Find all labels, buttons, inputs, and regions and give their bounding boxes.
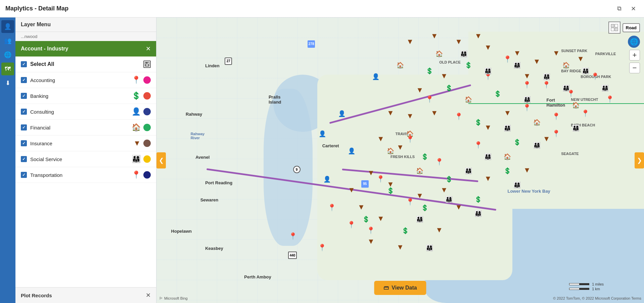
marker-insurance-14[interactable]: ▼ (416, 191, 423, 200)
marker-banking-6[interactable]: 💲 (513, 139, 521, 146)
sidebar-map-icon[interactable]: 🗺 (1, 63, 14, 75)
marker-insurance-6[interactable]: ▼ (416, 86, 423, 94)
marker-insurance-3[interactable]: ▼ (455, 37, 462, 46)
marker-social-9[interactable]: 👨‍👩‍👧 (484, 153, 492, 160)
marker-banking-3[interactable]: 💲 (445, 84, 453, 92)
marker-transport-13[interactable]: 📍 (523, 81, 531, 89)
marker-insurance-33[interactable]: ▼ (367, 237, 375, 246)
view-data-button[interactable]: 🗃 View Data (374, 281, 426, 295)
marker-insurance-17[interactable]: ▼ (377, 214, 384, 223)
marker-insurance-24[interactable]: ▼ (523, 72, 531, 80)
marker-insurance-11[interactable]: ▼ (397, 143, 404, 152)
marker-financial-3[interactable]: 🏠 (465, 96, 472, 103)
marker-insurance-32[interactable]: ▼ (397, 243, 404, 252)
marker-social-13[interactable]: 👨‍👩‍👧 (474, 210, 482, 217)
marker-transport-11[interactable]: 📍 (318, 243, 326, 252)
banking-checkbox[interactable] (21, 93, 27, 99)
marker-consulting-3[interactable]: 👤 (348, 147, 355, 155)
marker-insurance-30[interactable]: ▼ (455, 203, 462, 212)
account-industry-close-button[interactable]: ✕ (146, 45, 151, 52)
marker-insurance-12[interactable]: ▼ (367, 168, 375, 177)
marker-insurance-20[interactable]: ▼ (514, 49, 521, 58)
marker-consulting-1[interactable]: 👤 (372, 73, 379, 80)
marker-transport-10[interactable]: 📍 (347, 221, 356, 229)
sidebar-group-icon[interactable]: 👥 (1, 34, 14, 47)
marker-banking-14[interactable]: 💲 (402, 227, 409, 234)
marker-financial-9[interactable]: 🏠 (572, 102, 580, 109)
map-type-button[interactable]: Road (623, 23, 640, 32)
zoom-in-button[interactable]: + (629, 50, 640, 61)
marker-accounting-6[interactable]: 📍 (591, 72, 599, 80)
restore-button[interactable]: ⧉ (614, 4, 624, 14)
marker-social-18[interactable]: 👨‍👩‍👧 (572, 124, 580, 132)
marker-insurance-2[interactable]: ▼ (431, 32, 438, 40)
marker-consulting-4[interactable]: 👤 (323, 176, 331, 183)
marker-social-2[interactable]: 👨‍👩‍👧 (484, 67, 492, 75)
marker-banking-5[interactable]: 💲 (474, 119, 482, 126)
marker-social-1[interactable]: 👨‍👩‍👧 (460, 50, 467, 58)
marker-social-14[interactable]: 👨‍👩‍👧 (416, 216, 423, 223)
marker-insurance-21[interactable]: ▼ (533, 57, 541, 66)
marker-accounting-1[interactable]: 📍 (503, 55, 512, 63)
marker-banking-7[interactable]: 💲 (421, 153, 428, 160)
marker-insurance-27[interactable]: ▼ (543, 135, 550, 143)
marker-consulting-5[interactable]: 👤 (319, 130, 326, 138)
plot-records-close-button[interactable]: ✕ (146, 292, 151, 299)
marker-transport-6[interactable]: 📍 (376, 175, 385, 183)
marker-banking-2[interactable]: 💲 (465, 62, 472, 69)
marker-banking-9[interactable]: 💲 (504, 167, 511, 175)
marker-financial-5[interactable]: 🏠 (504, 153, 511, 160)
marker-banking-1[interactable]: 💲 (426, 67, 433, 75)
marker-financial-1[interactable]: 🏠 (397, 62, 404, 69)
marker-insurance-4[interactable]: ▼ (474, 32, 482, 40)
marker-banking-11[interactable]: 💲 (421, 204, 428, 212)
marker-transport-1[interactable]: 📍 (425, 95, 434, 103)
marker-insurance-25[interactable]: ▼ (504, 109, 511, 117)
marker-financial-7[interactable]: 🏠 (387, 147, 394, 155)
marker-social-7[interactable]: 👨‍👩‍👧 (504, 124, 511, 132)
marker-insurance-29[interactable]: ▼ (484, 174, 492, 183)
sidebar-globe-icon[interactable]: 🌐 (1, 48, 14, 61)
marker-insurance-9[interactable]: ▼ (431, 109, 438, 117)
select-all-checkbox[interactable] (21, 61, 27, 67)
marker-financial-2[interactable]: 🏠 (435, 50, 443, 58)
marker-insurance-10[interactable]: ▼ (377, 135, 384, 143)
marker-banking-13[interactable]: 💲 (362, 216, 370, 223)
save-filter-button[interactable] (143, 61, 151, 68)
social-service-checkbox[interactable] (21, 156, 27, 162)
marker-insurance-5[interactable]: ▼ (441, 72, 448, 80)
marker-social-16[interactable]: 👨‍👩‍👧 (582, 67, 589, 75)
sidebar-person-icon[interactable]: 👤 (1, 20, 14, 33)
marker-social-4[interactable]: 👨‍👩‍👧 (543, 73, 550, 80)
marker-social-12[interactable]: 👨‍👩‍👧 (445, 196, 453, 203)
marker-transport-3[interactable]: 📍 (406, 135, 414, 143)
marker-insurance-15[interactable]: ▼ (441, 186, 448, 194)
financial-checkbox[interactable] (21, 124, 27, 130)
marker-banking-8[interactable]: 💲 (445, 176, 453, 183)
marker-transport-14[interactable]: 📍 (552, 112, 560, 120)
map-area[interactable]: Linden Rahway Avenel Carteret Port Readi… (156, 17, 644, 303)
map-right-arrow-button[interactable]: ❯ (635, 152, 644, 168)
marker-insurance-16[interactable]: ▼ (358, 203, 365, 212)
sidebar-download-icon[interactable]: ⬇ (1, 77, 14, 89)
marker-social-8[interactable]: 👨‍👩‍👧 (533, 142, 541, 149)
globe-navigation-icon[interactable]: 🌐 (628, 36, 640, 48)
marker-accounting-7[interactable]: 📍 (581, 109, 590, 117)
marker-transport-7[interactable]: 📍 (406, 198, 414, 206)
close-button[interactable]: ✕ (628, 4, 639, 14)
accounting-checkbox[interactable] (21, 77, 27, 83)
marker-accounting-8[interactable]: 📍 (552, 129, 560, 138)
marker-accounting-3[interactable]: 📍 (542, 81, 551, 89)
marker-social-11[interactable]: 👨‍👩‍👧 (513, 181, 521, 189)
marker-social-5[interactable]: 👨‍👩‍👧 (562, 84, 570, 92)
marker-financial-8[interactable]: 🏠 (562, 62, 570, 69)
marker-transport-2[interactable]: 📍 (455, 112, 463, 120)
marker-transport-12[interactable]: 📍 (289, 232, 297, 240)
marker-financial-6[interactable]: 🏠 (416, 167, 423, 175)
marker-transport-9[interactable]: 📍 (328, 203, 336, 212)
marker-accounting-9[interactable]: 📍 (606, 95, 614, 103)
marker-banking-12[interactable]: 💲 (474, 196, 482, 203)
marker-insurance-7[interactable]: ▼ (387, 109, 394, 117)
marker-insurance-23[interactable]: ▼ (577, 54, 584, 63)
zoom-out-button[interactable]: − (629, 63, 640, 73)
